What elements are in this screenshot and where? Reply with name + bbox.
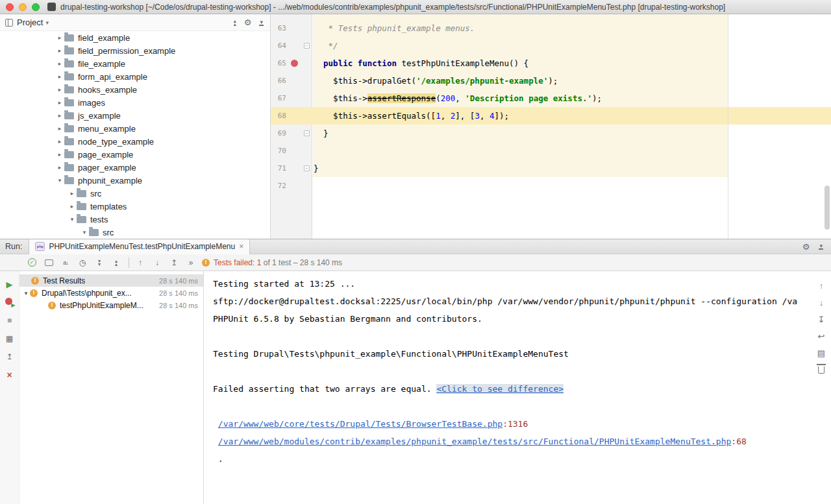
fold-marker-icon[interactable]: − bbox=[304, 43, 310, 49]
project-panel-title[interactable]: Project bbox=[17, 18, 43, 27]
chevron-right-icon[interactable]: ▸ bbox=[55, 73, 64, 80]
editor-line[interactable]: 63 * Tests phpunit_example menus. bbox=[271, 19, 831, 37]
tests-failed-warning-icon: ! bbox=[202, 259, 210, 267]
collapse-all-icon[interactable]: ▴ ▴ bbox=[234, 19, 236, 26]
project-tree-item[interactable]: ▸src bbox=[0, 187, 270, 200]
chevron-right-icon[interactable]: ▸ bbox=[55, 47, 64, 54]
chevron-right-icon[interactable]: ▸ bbox=[55, 34, 64, 41]
console-text: Failed asserting that two arrays are equ… bbox=[213, 384, 436, 394]
show-ignored-button[interactable] bbox=[43, 257, 55, 269]
chevron-right-icon[interactable]: ▸ bbox=[55, 151, 64, 158]
chevron-right-icon[interactable]: ▸ bbox=[55, 125, 64, 132]
editor-line[interactable]: 70 bbox=[271, 142, 831, 160]
project-tree-item[interactable]: ▸menu_example bbox=[0, 122, 270, 135]
run-settings-gear-icon[interactable]: ⚙ bbox=[802, 242, 810, 252]
sort-alphabetically-button[interactable]: a↓ bbox=[60, 257, 71, 269]
close-run-panel-button[interactable]: × bbox=[5, 370, 15, 380]
collapse-all-button[interactable]: ▴▴ bbox=[110, 257, 122, 269]
project-tree-item[interactable]: ▸file_example bbox=[0, 57, 270, 70]
chevron-right-icon[interactable]: ▸ bbox=[55, 60, 64, 67]
export-test-results-button[interactable]: ↥ bbox=[168, 257, 180, 269]
project-tree-item[interactable]: ▸pager_example bbox=[0, 161, 270, 174]
toggle-layout-button[interactable]: ▦ bbox=[5, 333, 15, 344]
editor-line[interactable]: 68 $this->assertEquals([1, 2], [3, 4]); bbox=[271, 107, 831, 125]
soft-wrap-button[interactable]: ↩ bbox=[816, 331, 826, 341]
zoom-window-button[interactable] bbox=[32, 3, 40, 11]
code-text: $this->assertEquals([1, 2], [3, 4]); bbox=[312, 111, 831, 121]
folder-icon bbox=[64, 99, 74, 106]
up-stack-trace-button[interactable]: ↑ bbox=[816, 280, 826, 291]
editor-line[interactable]: 65 public function testPhpUnitExampleMen… bbox=[271, 54, 831, 72]
chevron-right-icon[interactable]: ▸ bbox=[55, 112, 64, 119]
chevron-down-icon[interactable]: ▾ bbox=[45, 19, 49, 26]
chevron-down-icon[interactable]: ▾ bbox=[22, 290, 30, 296]
chevron-down-icon[interactable]: ▾ bbox=[55, 177, 64, 184]
project-tree-item[interactable]: ▾src bbox=[0, 226, 270, 239]
project-tree-item[interactable]: ▸node_type_example bbox=[0, 135, 270, 148]
run-tab[interactable]: php PHPUnitExampleMenuTest.testPhpUnitEx… bbox=[29, 239, 250, 254]
test-tree-item[interactable]: !Test Results28 s 140 ms bbox=[19, 274, 203, 287]
project-tree-item[interactable]: ▸images bbox=[0, 96, 270, 109]
minimize-window-button[interactable] bbox=[19, 3, 27, 11]
hide-panel-icon[interactable]: ▾ bbox=[259, 19, 264, 26]
overflow-actions-icon[interactable]: » bbox=[185, 257, 197, 269]
editor-line[interactable]: 72 bbox=[271, 177, 831, 195]
down-stack-trace-button[interactable]: ↓ bbox=[816, 297, 826, 307]
chevron-down-icon[interactable]: ▾ bbox=[68, 216, 77, 222]
test-tree-item[interactable]: ▾!Drupal\Tests\phpunit_ex...28 s 140 ms bbox=[19, 287, 203, 299]
settings-gear-icon[interactable]: ⚙ bbox=[244, 18, 252, 27]
chevron-down-icon[interactable]: ▾ bbox=[80, 229, 89, 235]
project-tree-item[interactable]: ▸form_api_example bbox=[0, 70, 270, 83]
rerun-tests-button[interactable]: ▶ bbox=[5, 279, 15, 289]
code-text: */ bbox=[312, 41, 831, 51]
project-tree-item[interactable]: ▸field_example bbox=[0, 31, 270, 44]
editor-line[interactable]: 69− } bbox=[271, 125, 831, 142]
next-failed-test-button[interactable]: ↓ bbox=[151, 257, 163, 269]
test-console-output[interactable]: Testing started at 13:25 ...sftp://docke… bbox=[204, 271, 812, 504]
show-passed-button[interactable]: ✓ bbox=[26, 257, 38, 269]
folder-icon bbox=[64, 86, 74, 93]
editor-line[interactable]: 64− */ bbox=[271, 37, 831, 54]
project-item-label: pager_example bbox=[78, 163, 136, 173]
print-button[interactable]: ▤ bbox=[816, 348, 826, 358]
clear-all-button[interactable] bbox=[816, 365, 826, 375]
project-item-label: menu_example bbox=[78, 124, 136, 134]
previous-failed-test-button[interactable]: ↑ bbox=[134, 257, 146, 269]
chevron-right-icon[interactable]: ▸ bbox=[55, 86, 64, 93]
scroll-to-end-button[interactable]: ↧ bbox=[816, 314, 826, 324]
console-link[interactable]: <Click to see difference> bbox=[436, 384, 564, 394]
editor-scrollbar[interactable] bbox=[825, 186, 830, 230]
console-link[interactable]: /var/www/web/core/tests/Drupal/Tests/Bro… bbox=[218, 419, 502, 429]
chevron-right-icon[interactable]: ▸ bbox=[55, 138, 64, 145]
failed-test-gutter-icon[interactable] bbox=[291, 60, 298, 67]
folder-icon bbox=[64, 112, 74, 119]
chevron-right-icon[interactable]: ▸ bbox=[68, 190, 77, 197]
project-tree-item[interactable]: ▾phpunit_example bbox=[0, 174, 270, 187]
close-tab-icon[interactable]: × bbox=[239, 242, 243, 251]
rerun-failed-tests-button[interactable]: ▶ bbox=[5, 297, 15, 307]
console-link[interactable]: /var/www/web/modules/contrib/examples/ph… bbox=[218, 437, 732, 446]
hide-tool-window-icon[interactable]: ▾ bbox=[819, 243, 823, 250]
project-tree-item[interactable]: ▸field_permission_example bbox=[0, 44, 270, 57]
editor-line[interactable]: 66 $this->drupalGet('/examples/phpunit-e… bbox=[271, 72, 831, 90]
project-tree-item[interactable]: ▸templates bbox=[0, 200, 270, 213]
close-window-button[interactable] bbox=[6, 3, 14, 11]
editor-line[interactable]: 67 $this->assertResponse(200, 'Descripti… bbox=[271, 90, 831, 107]
chevron-right-icon[interactable]: ▸ bbox=[55, 164, 64, 171]
sort-by-duration-button[interactable]: ◷ bbox=[77, 257, 88, 269]
fold-marker-icon[interactable]: − bbox=[304, 130, 310, 136]
chevron-right-icon[interactable]: ▸ bbox=[68, 203, 77, 210]
line-number: 72 bbox=[271, 182, 288, 190]
stop-button[interactable]: ■ bbox=[5, 315, 15, 326]
expand-all-button[interactable]: ▾▾ bbox=[93, 257, 105, 269]
editor[interactable]: 63 * Tests phpunit_example menus.64− */6… bbox=[270, 14, 831, 239]
fold-marker-icon[interactable]: − bbox=[304, 165, 310, 171]
test-tree-item[interactable]: !testPhpUnitExampleM...28 s 140 ms bbox=[19, 299, 203, 311]
editor-line[interactable]: 71−} bbox=[271, 160, 831, 177]
project-tree-item[interactable]: ▸js_example bbox=[0, 109, 270, 122]
chevron-right-icon[interactable]: ▸ bbox=[55, 99, 64, 106]
import-test-results-button[interactable]: ↥ bbox=[5, 352, 15, 362]
project-tree-item[interactable]: ▸page_example bbox=[0, 148, 270, 161]
project-tree-item[interactable]: ▾tests bbox=[0, 213, 270, 226]
project-tree-item[interactable]: ▸hooks_example bbox=[0, 83, 270, 96]
